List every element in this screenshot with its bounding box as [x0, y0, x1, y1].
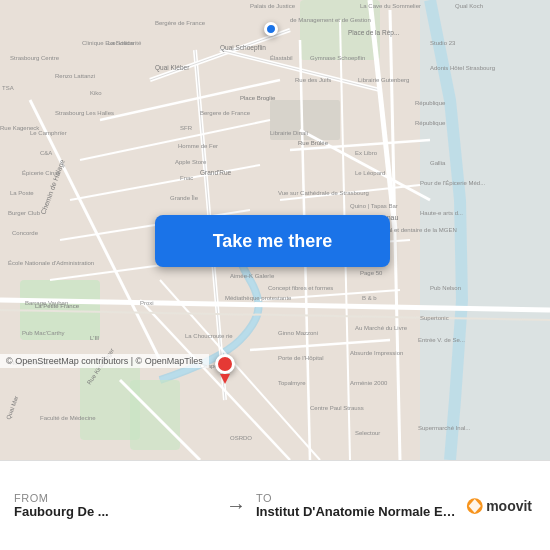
svg-text:La Solidarité: La Solidarité	[108, 40, 142, 46]
svg-text:La Poste: La Poste	[10, 190, 34, 196]
svg-text:Bergère de France: Bergère de France	[155, 20, 206, 26]
svg-text:C&A: C&A	[40, 150, 52, 156]
svg-text:Kiko: Kiko	[90, 90, 102, 96]
svg-text:Renzo Lattanzi: Renzo Lattanzi	[55, 73, 95, 79]
svg-text:Rue Kageneck: Rue Kageneck	[0, 125, 40, 131]
svg-text:Absurde Impression: Absurde Impression	[350, 350, 403, 356]
bottom-bar: From Faubourg De ... → To Institut D'Ana…	[0, 460, 550, 550]
svg-text:SFR: SFR	[180, 125, 193, 131]
svg-text:École Nationale d'Administrati: École Nationale d'Administration	[8, 260, 94, 266]
svg-text:L'Ill: L'Ill	[90, 335, 99, 341]
take-me-there-button[interactable]: Take me there	[155, 215, 390, 267]
svg-text:Adonis Hôtel Strasbourg: Adonis Hôtel Strasbourg	[430, 65, 495, 71]
svg-text:Au Marché du Livre: Au Marché du Livre	[355, 325, 408, 331]
svg-text:Grand'Rue: Grand'Rue	[200, 169, 232, 176]
svg-text:République: République	[415, 100, 446, 106]
svg-text:Entrée V. de Se...: Entrée V. de Se...	[418, 337, 465, 343]
svg-text:Bergere de France: Bergere de France	[200, 110, 251, 116]
svg-text:Strasbourg Les Halles: Strasbourg Les Halles	[55, 110, 114, 116]
svg-text:Concept fibres et formes: Concept fibres et formes	[268, 285, 333, 291]
svg-text:Gymnase Schoepflin: Gymnase Schoepflin	[310, 55, 365, 61]
from-name: Faubourg De ...	[14, 504, 216, 519]
svg-text:Haute-e arts d...: Haute-e arts d...	[420, 210, 463, 216]
svg-text:Pub Mac'Carthy: Pub Mac'Carthy	[22, 330, 65, 336]
svg-text:Centre Paul Strauss: Centre Paul Strauss	[310, 405, 364, 411]
svg-text:Pour de l'Épicerie Méd...: Pour de l'Épicerie Méd...	[420, 180, 486, 186]
svg-text:Apple Store: Apple Store	[175, 159, 207, 165]
svg-text:Supertonic: Supertonic	[420, 315, 449, 321]
map-copyright: © OpenStreetMap contributors | © OpenMap…	[0, 354, 209, 368]
svg-text:Fnac: Fnac	[180, 175, 193, 181]
svg-text:Supermarché Inal...: Supermarché Inal...	[418, 425, 471, 431]
moovit-logo: moovit	[466, 488, 536, 524]
svg-text:Quino | Tapas Bar: Quino | Tapas Bar	[350, 203, 398, 209]
svg-text:Porte de l'Hôpital: Porte de l'Hôpital	[278, 355, 324, 361]
svg-text:B & b: B & b	[362, 295, 377, 301]
svg-text:de Management et de Gestion: de Management et de Gestion	[290, 17, 371, 23]
svg-text:Place Broglie: Place Broglie	[240, 95, 276, 101]
svg-text:Pub Nelson: Pub Nelson	[430, 285, 461, 291]
to-label: To	[256, 492, 458, 504]
map-container: Chemin de Halage Grand'Rue Rue Kirschleg…	[0, 0, 550, 460]
svg-text:Rue Brûlée: Rue Brûlée	[298, 140, 329, 146]
svg-text:Gallia: Gallia	[430, 160, 446, 166]
from-label: From	[14, 492, 216, 504]
svg-text:La Cave du Sommelier: La Cave du Sommelier	[360, 3, 421, 9]
svg-text:Élastabil: Élastabil	[270, 55, 293, 61]
to-name: Institut D'Anatomie Normale Et Pa...	[256, 504, 458, 519]
origin-marker	[264, 22, 278, 36]
svg-text:Concorde: Concorde	[12, 230, 39, 236]
svg-text:OSRDO: OSRDO	[230, 435, 252, 441]
svg-text:Palais de Justice: Palais de Justice	[250, 3, 296, 9]
svg-text:Topalmyre: Topalmyre	[278, 380, 306, 386]
svg-text:Vue sur Cathédrale de Strasbou: Vue sur Cathédrale de Strasbourg	[278, 190, 369, 196]
svg-text:Homme de Fer: Homme de Fer	[178, 143, 218, 149]
svg-text:Quai Kléber: Quai Kléber	[155, 64, 190, 72]
svg-text:Médiathèque protestante: Médiathèque protestante	[225, 295, 292, 301]
svg-text:Barrage Vauban: Barrage Vauban	[25, 300, 68, 306]
svg-text:Aimée-K Galerïe: Aimée-K Galerïe	[230, 273, 275, 279]
svg-text:Studio 23: Studio 23	[430, 40, 456, 46]
svg-text:Burger Club: Burger Club	[8, 210, 41, 216]
svg-text:Qual Koch: Qual Koch	[455, 3, 483, 9]
svg-text:Quai Schoepflin: Quai Schoepflin	[220, 44, 266, 52]
svg-text:La Choucroute rie: La Choucroute rie	[185, 333, 233, 339]
svg-text:Proxi: Proxi	[140, 300, 154, 306]
svg-text:Ginno Mazzoni: Ginno Mazzoni	[278, 330, 318, 336]
svg-text:Rue des Juifs: Rue des Juifs	[295, 77, 331, 83]
svg-text:Le Léopard: Le Léopard	[355, 170, 385, 176]
svg-text:Faculté de Médecine: Faculté de Médecine	[40, 415, 96, 421]
svg-text:Place de la Rép...: Place de la Rép...	[348, 29, 400, 37]
svg-text:Ex Libro: Ex Libro	[355, 150, 378, 156]
svg-text:République: République	[415, 120, 446, 126]
svg-text:Épicerie Cinar: Épicerie Cinar	[22, 170, 60, 176]
svg-text:TSA: TSA	[2, 85, 14, 91]
svg-text:Page 50: Page 50	[360, 270, 383, 276]
location-to: To Institut D'Anatomie Normale Et Pa...	[256, 492, 458, 519]
svg-text:Strasbourg Centre: Strasbourg Centre	[10, 55, 60, 61]
svg-text:Grande Île: Grande Île	[170, 195, 199, 201]
svg-text:Librairie Gutenberg: Librairie Gutenberg	[358, 77, 409, 83]
svg-text:Arménie 2000: Arménie 2000	[350, 380, 388, 386]
location-from: From Faubourg De ...	[14, 492, 216, 519]
destination-marker	[215, 354, 235, 382]
svg-text:moovit: moovit	[486, 498, 532, 514]
svg-text:Selectour: Selectour	[355, 430, 380, 436]
svg-text:Librairie Dinali: Librairie Dinali	[270, 130, 308, 136]
arrow-icon: →	[226, 494, 246, 517]
